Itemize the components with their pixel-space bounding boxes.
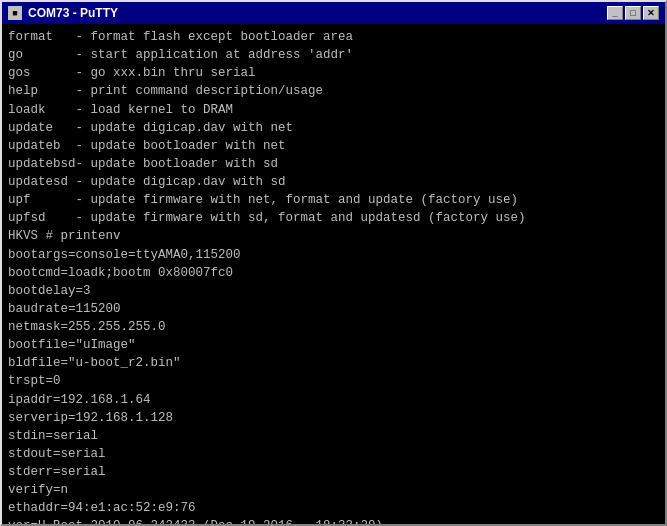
title-bar: ■ COM73 - PuTTY _ □ ✕	[2, 2, 665, 24]
close-button[interactable]: ✕	[643, 6, 659, 20]
window-title: COM73 - PuTTY	[28, 6, 118, 20]
maximize-button[interactable]: □	[625, 6, 641, 20]
title-bar-left: ■ COM73 - PuTTY	[8, 6, 118, 20]
terminal-output: format - format flash except bootloader …	[8, 28, 659, 524]
title-buttons: _ □ ✕	[607, 6, 659, 20]
terminal-body[interactable]: format - format flash except bootloader …	[2, 24, 665, 524]
minimize-button[interactable]: _	[607, 6, 623, 20]
window-icon: ■	[8, 6, 22, 20]
putty-window: ■ COM73 - PuTTY _ □ ✕ format - format fl…	[0, 0, 667, 526]
